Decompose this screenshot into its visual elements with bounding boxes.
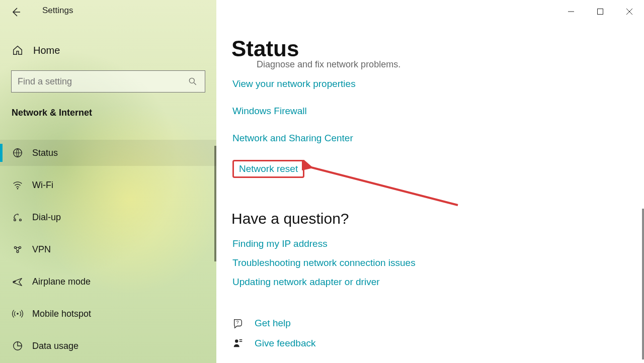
home-icon [12,45,23,56]
get-help-row[interactable]: ? Get help [232,318,315,329]
globe-icon [12,147,23,158]
sidebar-item-home[interactable]: Home [12,43,60,57]
window-controls [556,3,644,20]
sidebar-nav: Status Wi-Fi Dial-up VPN [0,140,216,359]
sidebar-item-label: Airplane mode [32,277,91,287]
back-button[interactable] [10,6,22,18]
question-links: Finding my IP address Troubleshooting ne… [232,238,416,296]
titlebar: Settings [0,0,216,23]
svg-point-0 [189,78,194,83]
close-icon [626,8,633,15]
link-windows-firewall[interactable]: Windows Firewall [232,106,307,117]
link-network-properties[interactable]: View your network properties [232,78,356,89]
content-scrollbar[interactable] [642,209,644,359]
minimize-icon [568,8,575,15]
sidebar-item-wifi[interactable]: Wi-Fi [0,172,216,198]
search-box[interactable] [11,70,205,93]
sidebar-item-label: VPN [32,244,51,255]
sidebar-item-vpn[interactable]: VPN [0,236,216,262]
link-give-feedback[interactable]: Give feedback [255,338,315,349]
sidebar-item-hotspot[interactable]: Mobile hotspot [0,301,216,327]
close-button[interactable] [615,3,644,20]
page-title: Status [231,36,299,61]
sidebar: Settings Home Network & Internet Status [0,0,216,363]
app-title: Settings [42,6,73,16]
link-troubleshoot-network[interactable]: Troubleshooting network connection issue… [232,257,416,268]
sidebar-item-label: Status [32,148,58,158]
pie-icon [12,340,23,351]
footer-links: ? Get help Give feedback [232,318,315,358]
settings-links: View your network properties Windows Fir… [232,78,356,178]
sidebar-item-airplane[interactable]: Airplane mode [0,268,216,295]
sidebar-group-title: Network & Internet [12,108,92,118]
dialup-icon [12,212,23,223]
sidebar-item-label: Mobile hotspot [32,309,91,319]
airplane-icon [12,276,23,287]
clipped-description: Diagnose and fix network problems. [257,59,400,70]
svg-point-2 [17,188,19,190]
link-network-reset[interactable]: Network reset [232,160,304,178]
hotspot-icon [12,308,23,319]
svg-point-7 [17,251,19,253]
search-icon [188,76,198,86]
link-update-adapter[interactable]: Updating network adapter or driver [232,277,380,288]
svg-rect-10 [598,9,603,15]
feedback-icon [232,338,244,349]
search-input[interactable] [12,76,188,87]
sidebar-item-dialup[interactable]: Dial-up [0,204,216,230]
svg-point-4 [20,219,22,221]
link-network-sharing-center[interactable]: Network and Sharing Center [232,133,353,144]
link-get-help[interactable]: Get help [255,318,291,329]
vpn-icon [12,244,23,255]
question-heading: Have a question? [231,210,349,227]
arrow-left-icon [10,6,22,18]
link-find-ip[interactable]: Finding my IP address [232,238,328,249]
svg-point-8 [17,313,19,315]
svg-point-3 [14,219,16,221]
sidebar-item-label: Dial-up [32,212,61,223]
sidebar-item-datausage[interactable]: Data usage [0,333,216,359]
content-area: Status Diagnose and fix network problems… [216,0,644,363]
svg-text:?: ? [236,320,239,325]
maximize-button[interactable] [586,3,615,20]
sidebar-item-label: Data usage [32,341,78,351]
sidebar-item-status[interactable]: Status [0,140,216,166]
sidebar-item-label: Wi-Fi [32,180,53,191]
svg-point-13 [235,339,238,342]
maximize-icon [597,8,604,15]
sidebar-item-label: Home [33,45,60,56]
settings-window: Settings Home Network & Internet Status [0,0,644,363]
wifi-icon [12,179,23,191]
help-icon: ? [232,318,244,329]
give-feedback-row[interactable]: Give feedback [232,338,315,349]
minimize-button[interactable] [556,3,586,20]
